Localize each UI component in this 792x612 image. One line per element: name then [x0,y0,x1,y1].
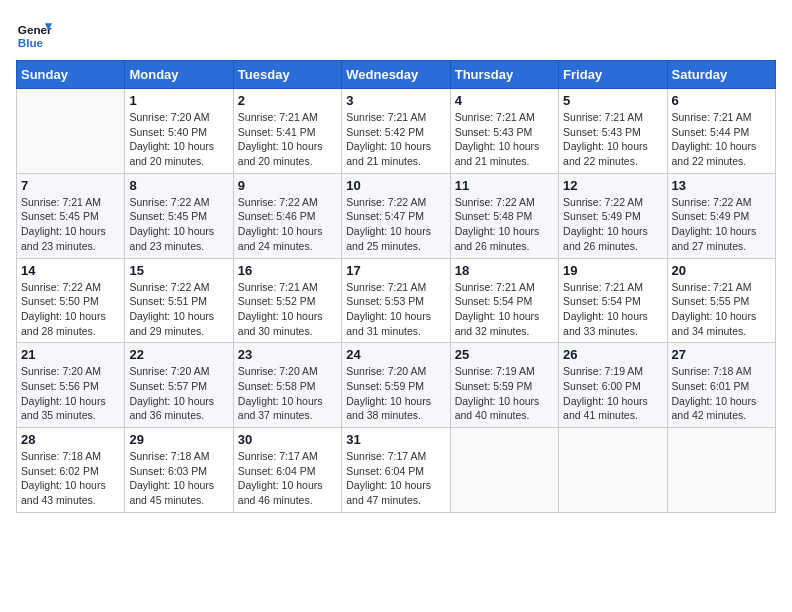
day-info: Sunrise: 7:22 AM Sunset: 5:45 PM Dayligh… [129,195,228,254]
day-info: Sunrise: 7:21 AM Sunset: 5:54 PM Dayligh… [563,280,662,339]
calendar-day-cell: 7Sunrise: 7:21 AM Sunset: 5:45 PM Daylig… [17,173,125,258]
page-header: General Blue [16,16,776,52]
weekday-header-cell: Tuesday [233,61,341,89]
day-info: Sunrise: 7:21 AM Sunset: 5:55 PM Dayligh… [672,280,771,339]
calendar-day-cell: 3Sunrise: 7:21 AM Sunset: 5:42 PM Daylig… [342,89,450,174]
day-info: Sunrise: 7:22 AM Sunset: 5:46 PM Dayligh… [238,195,337,254]
calendar-day-cell: 11Sunrise: 7:22 AM Sunset: 5:48 PM Dayli… [450,173,558,258]
calendar-week-row: 21Sunrise: 7:20 AM Sunset: 5:56 PM Dayli… [17,343,776,428]
day-number: 6 [672,93,771,108]
day-info: Sunrise: 7:20 AM Sunset: 5:58 PM Dayligh… [238,364,337,423]
day-number: 16 [238,263,337,278]
calendar-day-cell: 16Sunrise: 7:21 AM Sunset: 5:52 PM Dayli… [233,258,341,343]
day-info: Sunrise: 7:20 AM Sunset: 5:40 PM Dayligh… [129,110,228,169]
calendar-day-cell: 18Sunrise: 7:21 AM Sunset: 5:54 PM Dayli… [450,258,558,343]
calendar-day-cell: 4Sunrise: 7:21 AM Sunset: 5:43 PM Daylig… [450,89,558,174]
calendar-day-cell: 20Sunrise: 7:21 AM Sunset: 5:55 PM Dayli… [667,258,775,343]
weekday-header-cell: Wednesday [342,61,450,89]
day-number: 7 [21,178,120,193]
day-number: 19 [563,263,662,278]
calendar-week-row: 14Sunrise: 7:22 AM Sunset: 5:50 PM Dayli… [17,258,776,343]
day-number: 27 [672,347,771,362]
day-info: Sunrise: 7:19 AM Sunset: 6:00 PM Dayligh… [563,364,662,423]
day-info: Sunrise: 7:21 AM Sunset: 5:43 PM Dayligh… [563,110,662,169]
day-number: 5 [563,93,662,108]
day-info: Sunrise: 7:22 AM Sunset: 5:50 PM Dayligh… [21,280,120,339]
day-number: 31 [346,432,445,447]
calendar-day-cell: 29Sunrise: 7:18 AM Sunset: 6:03 PM Dayli… [125,428,233,513]
weekday-header-cell: Monday [125,61,233,89]
day-info: Sunrise: 7:18 AM Sunset: 6:02 PM Dayligh… [21,449,120,508]
calendar-day-cell: 24Sunrise: 7:20 AM Sunset: 5:59 PM Dayli… [342,343,450,428]
day-info: Sunrise: 7:21 AM Sunset: 5:54 PM Dayligh… [455,280,554,339]
calendar-day-cell: 15Sunrise: 7:22 AM Sunset: 5:51 PM Dayli… [125,258,233,343]
calendar-body: 1Sunrise: 7:20 AM Sunset: 5:40 PM Daylig… [17,89,776,513]
calendar-day-cell [450,428,558,513]
day-number: 22 [129,347,228,362]
weekday-header-row: SundayMondayTuesdayWednesdayThursdayFrid… [17,61,776,89]
calendar-day-cell [17,89,125,174]
day-info: Sunrise: 7:21 AM Sunset: 5:42 PM Dayligh… [346,110,445,169]
day-info: Sunrise: 7:21 AM Sunset: 5:53 PM Dayligh… [346,280,445,339]
day-info: Sunrise: 7:22 AM Sunset: 5:48 PM Dayligh… [455,195,554,254]
calendar-day-cell: 31Sunrise: 7:17 AM Sunset: 6:04 PM Dayli… [342,428,450,513]
calendar-day-cell: 21Sunrise: 7:20 AM Sunset: 5:56 PM Dayli… [17,343,125,428]
weekday-header-cell: Friday [559,61,667,89]
calendar-day-cell [667,428,775,513]
calendar-day-cell: 8Sunrise: 7:22 AM Sunset: 5:45 PM Daylig… [125,173,233,258]
calendar-day-cell: 26Sunrise: 7:19 AM Sunset: 6:00 PM Dayli… [559,343,667,428]
day-number: 12 [563,178,662,193]
calendar-day-cell: 17Sunrise: 7:21 AM Sunset: 5:53 PM Dayli… [342,258,450,343]
calendar-day-cell: 5Sunrise: 7:21 AM Sunset: 5:43 PM Daylig… [559,89,667,174]
calendar-day-cell: 9Sunrise: 7:22 AM Sunset: 5:46 PM Daylig… [233,173,341,258]
calendar-day-cell: 12Sunrise: 7:22 AM Sunset: 5:49 PM Dayli… [559,173,667,258]
day-number: 1 [129,93,228,108]
day-number: 8 [129,178,228,193]
day-info: Sunrise: 7:21 AM Sunset: 5:45 PM Dayligh… [21,195,120,254]
day-number: 4 [455,93,554,108]
day-info: Sunrise: 7:20 AM Sunset: 5:56 PM Dayligh… [21,364,120,423]
logo-icon: General Blue [16,16,52,52]
weekday-header-cell: Sunday [17,61,125,89]
day-number: 30 [238,432,337,447]
calendar-day-cell: 27Sunrise: 7:18 AM Sunset: 6:01 PM Dayli… [667,343,775,428]
day-number: 9 [238,178,337,193]
calendar-day-cell: 10Sunrise: 7:22 AM Sunset: 5:47 PM Dayli… [342,173,450,258]
day-info: Sunrise: 7:22 AM Sunset: 5:47 PM Dayligh… [346,195,445,254]
day-number: 18 [455,263,554,278]
calendar-day-cell: 14Sunrise: 7:22 AM Sunset: 5:50 PM Dayli… [17,258,125,343]
calendar-day-cell: 19Sunrise: 7:21 AM Sunset: 5:54 PM Dayli… [559,258,667,343]
day-info: Sunrise: 7:17 AM Sunset: 6:04 PM Dayligh… [238,449,337,508]
day-info: Sunrise: 7:21 AM Sunset: 5:52 PM Dayligh… [238,280,337,339]
day-info: Sunrise: 7:18 AM Sunset: 6:03 PM Dayligh… [129,449,228,508]
calendar-day-cell: 22Sunrise: 7:20 AM Sunset: 5:57 PM Dayli… [125,343,233,428]
calendar-day-cell: 25Sunrise: 7:19 AM Sunset: 5:59 PM Dayli… [450,343,558,428]
calendar-day-cell [559,428,667,513]
logo: General Blue [16,16,52,52]
day-number: 21 [21,347,120,362]
day-number: 10 [346,178,445,193]
calendar-day-cell: 13Sunrise: 7:22 AM Sunset: 5:49 PM Dayli… [667,173,775,258]
calendar-day-cell: 30Sunrise: 7:17 AM Sunset: 6:04 PM Dayli… [233,428,341,513]
day-info: Sunrise: 7:20 AM Sunset: 5:59 PM Dayligh… [346,364,445,423]
day-number: 13 [672,178,771,193]
day-number: 15 [129,263,228,278]
day-number: 14 [21,263,120,278]
day-number: 28 [21,432,120,447]
weekday-header-cell: Thursday [450,61,558,89]
day-info: Sunrise: 7:21 AM Sunset: 5:43 PM Dayligh… [455,110,554,169]
day-number: 23 [238,347,337,362]
calendar-day-cell: 1Sunrise: 7:20 AM Sunset: 5:40 PM Daylig… [125,89,233,174]
svg-text:Blue: Blue [18,36,44,49]
day-number: 24 [346,347,445,362]
calendar-week-row: 28Sunrise: 7:18 AM Sunset: 6:02 PM Dayli… [17,428,776,513]
calendar-day-cell: 6Sunrise: 7:21 AM Sunset: 5:44 PM Daylig… [667,89,775,174]
day-info: Sunrise: 7:21 AM Sunset: 5:41 PM Dayligh… [238,110,337,169]
calendar-day-cell: 23Sunrise: 7:20 AM Sunset: 5:58 PM Dayli… [233,343,341,428]
day-number: 2 [238,93,337,108]
day-number: 26 [563,347,662,362]
day-number: 25 [455,347,554,362]
day-number: 11 [455,178,554,193]
day-number: 29 [129,432,228,447]
day-info: Sunrise: 7:18 AM Sunset: 6:01 PM Dayligh… [672,364,771,423]
